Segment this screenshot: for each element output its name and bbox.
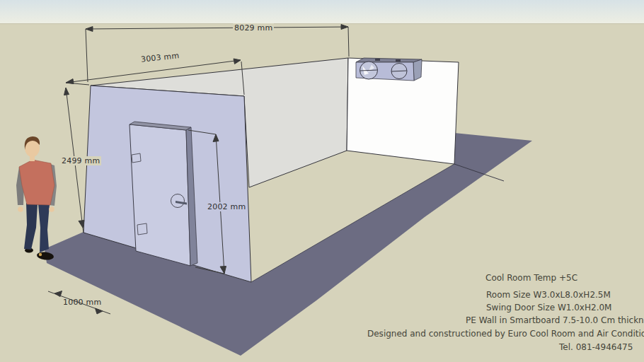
- leg-right: [38, 204, 50, 252]
- note-room-size: Room Size W3.0xL8.0xH2.5M: [486, 290, 611, 300]
- note-door-size: Swing Door Size W1.0xH2.0M: [486, 303, 611, 313]
- 3d-viewport[interactable]: 8029 mm 3003 mm 2499 mm 2002 mm 1000 mm …: [0, 0, 644, 362]
- door-hinge-bottom: [137, 223, 147, 235]
- dimension-label-wall-height: 2499 mm: [60, 156, 101, 165]
- leg-left: [24, 203, 38, 250]
- evaporator-unit: [356, 58, 422, 81]
- note-telephone: Tel. 081-4946475: [559, 342, 633, 352]
- hand: [18, 206, 23, 212]
- dimension-label-front-clearance: 1000 mm: [62, 298, 103, 307]
- door-hinge-top: [132, 153, 141, 163]
- dimension-label-total-length: 8029 mm: [233, 23, 274, 33]
- shirt: [19, 160, 54, 205]
- dimension-label-door-height: 2002 mm: [206, 202, 247, 211]
- scale-figure: [16, 136, 57, 261]
- shoe-detail: [39, 253, 42, 256]
- hand: [49, 206, 54, 212]
- swing-door: [130, 122, 197, 266]
- mount-bracket: [396, 59, 401, 62]
- fan-right: [391, 64, 407, 79]
- fan-left: [360, 62, 378, 79]
- note-temperature: Cool Room Temp +5C: [485, 273, 577, 283]
- note-wall-spec: PE Wall in Smartboard 7.5-10.0 Cm thickn…: [466, 315, 644, 325]
- note-designer: Designed and constructioned by Euro Cool…: [367, 329, 644, 339]
- mount-bracket: [375, 59, 380, 61]
